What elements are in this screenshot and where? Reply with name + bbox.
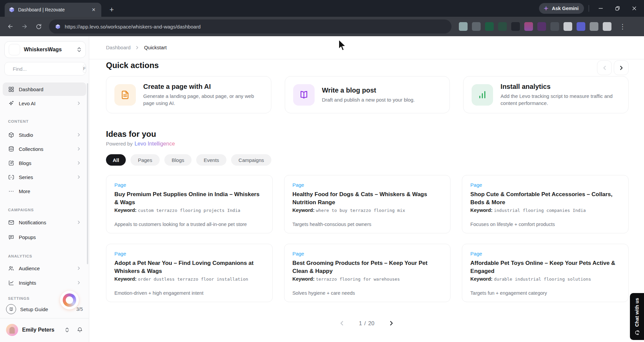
sidebar-item-studio[interactable]: Studio [3, 128, 86, 141]
idea-card[interactable]: Page Buy Premium Pet Supplies Online in … [106, 175, 273, 233]
idea-title: Buy Premium Pet Supplies Online in India… [114, 190, 264, 207]
extension-icon[interactable] [564, 22, 572, 31]
idea-type-label: Page [470, 182, 620, 188]
levo-intelligence-brand[interactable]: Levo Intelligence [135, 141, 175, 147]
new-tab-button[interactable]: + [107, 5, 117, 15]
idea-card[interactable]: Page Adopt a Pet Near You – Find Loving … [106, 244, 273, 302]
mouse-cursor [337, 39, 347, 53]
filter-chip-events[interactable]: Events [196, 154, 226, 166]
bell-icon[interactable] [77, 327, 83, 333]
quick-action-card-write-blog[interactable]: Write a blog post Draft and publish a ne… [285, 76, 450, 113]
workspace-avatar [9, 44, 20, 55]
extension-icon[interactable] [498, 22, 507, 31]
extension-icon[interactable] [472, 22, 481, 31]
browser-tab[interactable]: Dashboard | Rezovate ✕ [5, 3, 101, 17]
chevron-updown-icon[interactable] [65, 327, 69, 333]
divider [0, 318, 89, 319]
extension-icon[interactable] [577, 22, 585, 31]
filter-chip-pages[interactable]: Pages [130, 154, 160, 166]
setup-guide-progress: 3/5 [76, 306, 83, 312]
extension-icon[interactable] [590, 22, 598, 31]
idea-card[interactable]: Page Shop Cute & Comfortable Pet Accesso… [462, 175, 629, 233]
idea-title: Affordable Pet Toys Online – Keep Your P… [470, 259, 620, 275]
idea-card[interactable]: Page Affordable Pet Toys Online – Keep Y… [462, 244, 629, 302]
sidebar-item-audience[interactable]: Audience [3, 262, 86, 275]
breadcrumb-dashboard-link[interactable]: Dashboard [106, 45, 130, 50]
reload-button[interactable] [32, 20, 45, 33]
idea-type-label: Page [114, 182, 264, 188]
pagination-prev-button[interactable] [337, 318, 347, 328]
idea-title: Shop Cute & Comfortable Pet Accessories … [470, 190, 620, 207]
idea-card[interactable]: Page Best Grooming Products for Pets – K… [284, 244, 451, 302]
search-input[interactable] [13, 66, 79, 72]
filter-chip-all[interactable]: All [106, 154, 126, 166]
browser-menu-icon[interactable]: ⋮ [618, 22, 628, 31]
line-chart-icon [8, 280, 14, 286]
popup-bubble-icon [8, 234, 14, 240]
powered-by-label: Powered by [106, 141, 132, 147]
ideas-grid: Page Buy Premium Pet Supplies Online in … [106, 175, 629, 302]
idea-description: Appeals to customers looking for a trust… [114, 222, 247, 227]
extension-icon[interactable] [550, 22, 559, 31]
window-restore-button[interactable] [610, 3, 625, 14]
sidebar-item-blogs[interactable]: Blogs [3, 156, 86, 170]
extension-icon[interactable] [485, 22, 494, 31]
sparkle-icon [8, 100, 14, 107]
sidebar-scrollbar[interactable] [87, 83, 88, 264]
chat-with-us-tab[interactable]: Chat with us [630, 293, 644, 340]
back-button[interactable] [4, 20, 17, 33]
extension-icons[interactable] [459, 22, 611, 31]
sidebar-item-insights[interactable]: Insights [3, 276, 86, 289]
extension-icon[interactable] [537, 22, 546, 31]
idea-card[interactable]: Page Healthy Food for Dogs & Cats – Whis… [284, 175, 451, 233]
filter-chip-blogs[interactable]: Blogs [164, 154, 192, 166]
ask-gemini-button[interactable]: Ask Gemini [539, 3, 584, 14]
sidebar-item-more[interactable]: More [3, 184, 86, 198]
forward-button[interactable] [18, 20, 31, 33]
idea-description: Emotion-driven + high engagement intent [114, 290, 204, 296]
idea-description: Targets health-conscious pet owners [292, 222, 371, 227]
sidebar-item-popups[interactable]: Popups [3, 230, 86, 244]
gemini-sparkle-icon [543, 5, 549, 11]
idea-type-label: Page [114, 251, 264, 256]
sidebar-item-label: Studio [19, 132, 72, 138]
sidebar-item-levo-ai[interactable]: Levo AI [3, 97, 86, 110]
ideas-pagination: 1/20 [89, 317, 644, 330]
tab-close-icon[interactable]: ✕ [90, 6, 97, 13]
sidebar-item-label: Dashboard [19, 87, 81, 92]
window-close-button[interactable] [627, 3, 641, 14]
divider [589, 5, 589, 12]
quick-action-description: Generate a landing page, about page, or … [143, 93, 259, 107]
main-content: Dashboard Quickstart Quick actions Creat… [89, 36, 644, 342]
sidebar-search[interactable]: F [4, 62, 86, 75]
extension-icon[interactable] [524, 22, 533, 31]
sidebar-item-dashboard[interactable]: Dashboard [3, 82, 86, 96]
extension-icon[interactable] [511, 22, 520, 31]
workspace-name: WhiskersWags [24, 47, 73, 53]
chevron-right-icon [77, 281, 81, 285]
quick-action-card-create-page[interactable]: Create a page with AI Generate a landing… [106, 76, 271, 113]
pagination-next-button[interactable] [386, 318, 396, 328]
user-menu[interactable]: Emily Peters [3, 322, 86, 338]
extension-icon[interactable] [603, 22, 611, 31]
sidebar-item-series[interactable]: Series [3, 170, 86, 184]
sidebar-bottom-panel: Setup Guide 3/5 Emily Peters [0, 301, 89, 342]
chevron-right-icon [135, 46, 139, 50]
url-bar[interactable]: https://app.levo.so/workspace/whiskers-a… [49, 19, 451, 34]
workspace-switcher[interactable]: WhiskersWags [4, 41, 86, 58]
keyword-value: durable industrial flooring solutions [494, 277, 591, 282]
keyword-label: Keyword: [470, 276, 492, 282]
sidebar-item-collections[interactable]: Collections [3, 142, 86, 156]
filter-chip-campaigns[interactable]: Campaigns [231, 154, 271, 166]
extension-icon[interactable] [459, 22, 468, 31]
carousel-next-button[interactable] [614, 60, 629, 75]
window-minimize-button[interactable] [594, 3, 608, 14]
keyword-label: Keyword: [114, 276, 137, 282]
document-icon [114, 84, 136, 106]
keyword-value: where to buy terrazzo flooring mix [316, 208, 405, 213]
browser-toolbar: https://app.levo.so/workspace/whiskers-a… [0, 17, 644, 36]
keyword-value: order dustless terrazzo floor installati… [138, 277, 248, 282]
quick-action-card-install-analytics[interactable]: Install analytics Add the Levo tracking … [463, 76, 629, 113]
sidebar-item-notifications[interactable]: Notifications [3, 216, 86, 229]
carousel-prev-button[interactable] [597, 60, 612, 75]
